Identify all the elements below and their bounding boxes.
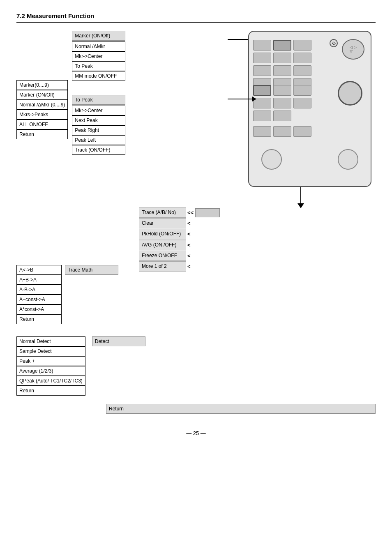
dev-btn	[273, 85, 291, 96]
list-item: Next Peak	[72, 115, 125, 125]
main-knob	[338, 81, 362, 106]
trace-section: A<->B A+B->A A-B->A A+const->A A*const->…	[16, 207, 376, 324]
list-item: Mkr->Center	[72, 51, 125, 61]
list-item: Return	[16, 129, 68, 139]
softkey-row-freeze: Freeze ON/OFF <	[139, 251, 220, 261]
list-item: A-B->A	[16, 285, 62, 295]
dev-btn	[273, 98, 291, 108]
dev-btn	[293, 65, 311, 76]
trace-softkey-col: Trace (A/B/ No) << Clear < PkHold (ON/OF…	[139, 207, 220, 272]
detect-submenu: Normal Detect Sample Detect Peak + Avera…	[16, 336, 85, 396]
softkey-sym-avg: <	[187, 242, 191, 248]
dev-btn	[253, 111, 271, 121]
softkey-sym-pkhold: <	[187, 231, 191, 237]
softkey-pkhold[interactable]: PkHold (ON/OFF)	[139, 229, 186, 239]
softkey-btn-trace[interactable]	[195, 208, 220, 217]
list-item: A+const->A	[16, 295, 62, 304]
list-item: Peak Left	[72, 135, 125, 145]
list-item: Normal Detect	[16, 336, 85, 346]
softkey-sym-dbl: <<	[187, 210, 194, 216]
page-container: 7.2 Measurement Function Marker(0....9) …	[16, 12, 376, 436]
marker-submenu-col: Marker(0....9) Marker (ON/Off) Normal /Δ…	[16, 80, 68, 139]
dev-btn	[253, 53, 271, 63]
softkey-trace-math[interactable]: Trace Math	[65, 265, 118, 275]
trace-math-col: Trace Math	[65, 265, 118, 276]
list-item: ALL ON/OFF	[16, 120, 68, 129]
page-number: — 25 —	[16, 430, 376, 436]
dev-btn	[293, 126, 311, 137]
marker-softkey-col: Marker (ON/Off) Normal /ΔMkr Mkr->Center…	[72, 31, 125, 155]
list-item: A*const->A	[16, 304, 62, 314]
detect-section: Normal Detect Sample Detect Peak + Avera…	[16, 336, 376, 396]
softkey-sym-clear: <	[187, 220, 191, 226]
softkey-row-clear: Clear <	[139, 218, 220, 228]
softkey-detect[interactable]: Detect	[92, 336, 145, 346]
softkey-clear[interactable]: Clear	[139, 218, 186, 228]
top-section: Marker(0....9) Marker (ON/Off) Normal /Δ…	[16, 31, 376, 195]
dev-btn-highlight	[273, 40, 291, 51]
return-section: Return	[106, 404, 376, 414]
list-item: A<->B	[16, 265, 62, 275]
list-item: A+B->A	[16, 275, 62, 285]
list-item: Average (1/2/3)	[16, 366, 85, 376]
list-item: Sample Detect	[16, 346, 85, 356]
softkey-freeze[interactable]: Freeze ON/OFF	[139, 251, 186, 261]
dev-btn	[253, 126, 271, 137]
list-item: MM mode ON/OFF	[72, 71, 125, 81]
list-item: Peak Right	[72, 125, 125, 135]
dev-btn	[293, 85, 311, 96]
list-item: Marker(0....9)	[16, 80, 68, 90]
nav-pad: ◁ ▷▽	[342, 39, 364, 60]
list-item: Mkrs->Peaks	[16, 110, 68, 120]
list-item: Normal /ΔMkr	[72, 41, 125, 51]
dev-btn	[253, 40, 271, 51]
speaker-left	[261, 149, 282, 170]
dev-btn	[273, 126, 291, 137]
softkey-more[interactable]: More 1 of 2	[139, 261, 186, 272]
dev-btn	[273, 65, 291, 76]
dev-btn	[293, 53, 311, 63]
softkey-trace-ab-no[interactable]: Trace (A/B/ No)	[139, 207, 186, 218]
softkey-sym-more: <	[187, 263, 191, 269]
dev-btn	[273, 53, 291, 63]
softkey-row-avg: AVG (ON /OFF) <	[139, 240, 220, 250]
softkey-avg[interactable]: AVG (ON /OFF)	[139, 240, 186, 250]
power-btn: ⏻	[330, 39, 338, 47]
dev-btn	[273, 111, 291, 121]
list-item: Peak +	[16, 356, 85, 366]
list-item: Normal /ΔMkr (0....9)	[16, 100, 68, 110]
list-item: Return	[16, 386, 85, 396]
softkey-row-trace: Trace (A/B/ No) <<	[139, 207, 220, 218]
detect-col: Detect	[92, 336, 145, 347]
section-title: 7.2 Measurement Function	[16, 12, 376, 23]
softkey-return[interactable]: Return	[106, 404, 376, 414]
dev-btn	[293, 40, 311, 51]
list-item: Return	[16, 314, 62, 324]
device-shell: ◁ ▷▽ ⏻	[248, 31, 371, 187]
softkey-to-peak[interactable]: To Peak	[72, 95, 125, 105]
softkey-sym-freeze: <	[187, 253, 191, 259]
list-item: Track (ON/OFF)	[72, 145, 125, 155]
softkey-marker-on-off[interactable]: Marker (ON/Off)	[72, 31, 125, 41]
list-item: Marker (ON/Off)	[16, 90, 68, 100]
trace-math-submenu: A<->B A+B->A A-B->A A+const->A A*const->…	[16, 265, 62, 324]
dev-btn-highlight	[253, 85, 271, 96]
softkey-row-pkhold: PkHold (ON/OFF) <	[139, 229, 220, 239]
speaker-right	[338, 149, 358, 170]
dev-btn	[253, 65, 271, 76]
softkey-row-more: More 1 of 2 <	[139, 261, 220, 272]
dev-btn	[293, 98, 311, 108]
list-item: QPeak (Auto/ TC1/TC2/TC3)	[16, 376, 85, 386]
list-item: To Peak	[72, 61, 125, 71]
list-item: Mkr->Center	[72, 106, 125, 115]
device-diagram-area: ◁ ▷▽ ⏻	[134, 31, 376, 195]
